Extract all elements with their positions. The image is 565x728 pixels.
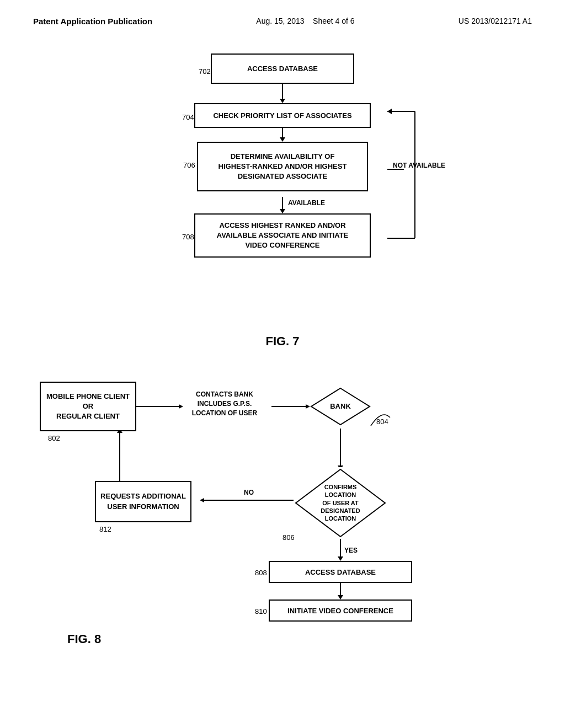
- svg-marker-10: [387, 109, 392, 114]
- svg-text:YES: YES: [344, 547, 358, 554]
- fig8-container: NO YES MOBILE PHONE CLIENT OR REGULAR CL…: [34, 357, 531, 649]
- header-left: Patent Application Publication: [33, 17, 152, 26]
- header-right: US 2013/0212171 A1: [459, 17, 532, 25]
- label-804: 804: [376, 417, 388, 426]
- svg-marker-19: [200, 498, 204, 502]
- fig7-container: AVAILABLE ACCESS DATABASE 702 CHECK PRIO…: [117, 48, 448, 351]
- node-requests-additional: REQUESTS ADDITIONAL USER INFORMATION: [95, 481, 191, 522]
- node-access-highest: ACCESS HIGHEST RANKED AND/OR AVAILABLE A…: [194, 213, 371, 258]
- svg-marker-24: [338, 556, 343, 561]
- node-confirms-location: CONFIRMS LOCATION OF USER AT DESIGNATED …: [294, 467, 387, 539]
- not-available-label: NOT AVAILABLE: [393, 161, 445, 170]
- svg-marker-27: [338, 595, 343, 599]
- svg-text:AVAILABLE: AVAILABLE: [288, 199, 325, 207]
- fig7-caption: FIG. 7: [265, 334, 299, 349]
- fig8-caption: FIG. 8: [67, 632, 101, 646]
- node-access-db-702: ACCESS DATABASE: [211, 53, 354, 84]
- label-704: 704: [182, 113, 194, 121]
- svg-marker-1: [280, 99, 285, 103]
- label-702: 702: [199, 67, 211, 76]
- node-determine-avail: DETERMINE AVAILABILITY OF HIGHEST-RANKED…: [197, 142, 368, 191]
- node-access-db-808: ACCESS DATABASE: [269, 561, 412, 583]
- label-708: 708: [182, 233, 194, 241]
- label-802: 802: [48, 434, 60, 442]
- label-808: 808: [255, 569, 267, 577]
- svg-marker-5: [280, 209, 285, 213]
- svg-text:NO: NO: [244, 489, 254, 496]
- node-bank: BANK: [310, 387, 371, 426]
- fig7-arrows: AVAILABLE: [117, 48, 448, 351]
- svg-marker-15: [306, 404, 310, 409]
- svg-marker-3: [280, 137, 285, 142]
- page-header: Patent Application Publication Aug. 15, …: [33, 17, 532, 26]
- node-check-priority: CHECK PRIORITY LIST OF ASSOCIATES: [194, 103, 371, 128]
- label-806: 806: [282, 533, 295, 542]
- label-810: 810: [255, 607, 267, 615]
- label-706: 706: [183, 161, 195, 169]
- page: Patent Application Publication Aug. 15, …: [0, 0, 565, 728]
- header-center: Aug. 15, 2013 Sheet 4 of 6: [256, 17, 354, 25]
- label-812: 812: [99, 525, 111, 533]
- contacts-bank-label: CONTACTS BANK INCLUDES G.P.S. LOCATION O…: [180, 390, 269, 417]
- node-mobile-client: MOBILE PHONE CLIENT OR REGULAR CLIENT: [40, 382, 136, 431]
- node-initiate-video: INITIATE VIDEO CONFERENCE: [269, 599, 412, 622]
